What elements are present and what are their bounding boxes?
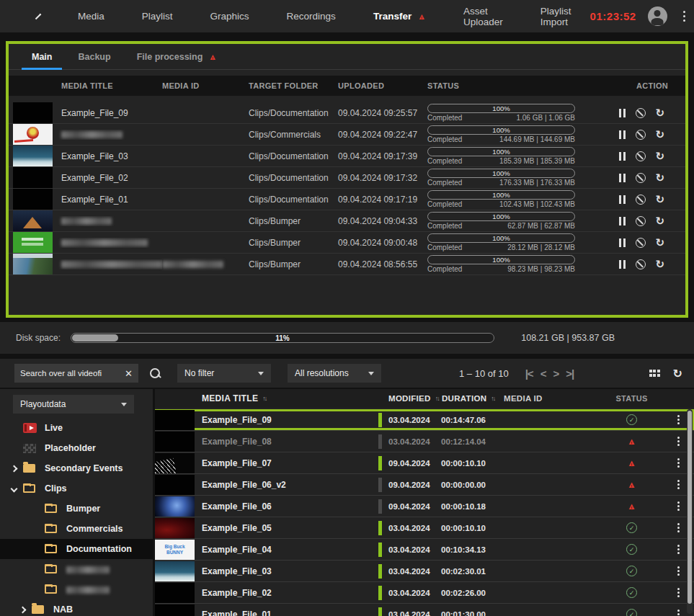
transfer-row[interactable]: Clips/Bumper 09.04.2024 09:04:33 100% Co… [9,210,685,232]
pause-button[interactable] [619,109,626,117]
column-header-media-title[interactable]: MEDIA TITLE [53,81,162,90]
column-header-duration[interactable]: DURATION↑↓ [442,394,511,403]
sidebar-item-redacted[interactable] [0,579,153,599]
transfer-row[interactable]: Example_File_02 Clips/Documentation 09.0… [9,167,685,189]
nav-item-asset-uploader[interactable]: Asset Uploader [445,6,522,27]
tab-file-processing[interactable]: File processing▲ [127,52,228,69]
library-row[interactable]: Example_File_03 03.04.2024 00:02:30.01 ✓… [155,561,694,582]
duration: 00:01:30.00 [441,610,503,616]
retry-button[interactable]: ↻ [656,215,665,228]
retry-button[interactable]: ↻ [656,128,665,141]
library-row[interactable]: Example_File_02 03.04.2024 00:02:26.00 ✓… [155,582,694,604]
retry-button[interactable]: ↻ [656,107,665,120]
search-icon[interactable] [148,367,161,380]
grid-view-icon[interactable] [649,370,660,377]
refresh-icon[interactable]: ↻ [673,367,682,380]
nav-item-playlist-import[interactable]: Playlist Import [522,6,590,27]
library-row[interactable]: Example_File_07 09.04.2024 00:00:10.10 ✓… [155,452,694,474]
sort-icon[interactable]: ↑↓ [262,395,266,402]
retry-button[interactable]: ↻ [656,193,665,206]
sort-icon[interactable]: ↑↓ [491,395,494,402]
library-row[interactable]: Example_File_06 09.04.2024 00:00:10.18 ✓… [155,496,694,517]
placeholder-icon [23,444,36,453]
pagination: 1 – 10 of 10 |< < > >| [459,367,576,380]
sidebar-item-documentation[interactable]: Documentation [0,539,153,559]
search-box[interactable]: ✕ [14,364,138,383]
transfer-row[interactable]: Clips/Bumper 09.04.2024 09:00:48 100% Co… [9,232,685,254]
column-header-media-title[interactable]: MEDIA TITLE↑↓ [195,393,378,403]
pause-button[interactable] [619,238,626,247]
ok-status-icon: ✓ [626,609,637,616]
expand-icon[interactable] [10,465,17,472]
status-cell: ✓▲ [601,609,662,616]
cancel-button[interactable] [636,259,646,269]
prev-page-button[interactable]: < [538,367,548,380]
column-header-uploaded[interactable]: UPLOADED [338,81,427,90]
column-header-media-id[interactable]: MEDIA ID [162,81,249,90]
pause-button[interactable] [619,260,626,269]
retry-button[interactable]: ↻ [656,258,665,271]
transfer-row[interactable]: Example_File_01 Clips/Documentation 09.0… [9,189,685,210]
sort-icon[interactable]: ↑↓ [435,395,439,402]
sidebar-item-nab[interactable]: NAB [0,599,153,616]
collapse-icon[interactable] [10,485,17,492]
retry-button[interactable]: ↻ [656,150,665,163]
column-header-target-folder[interactable]: TARGET FOLDER [249,81,338,90]
cancel-button[interactable] [636,108,646,118]
retry-button[interactable]: ↻ [656,171,665,184]
sidebar-item-bumper[interactable]: Bumper [0,499,153,519]
filter-dropdown[interactable]: No filter [177,364,271,383]
transfer-row[interactable]: Clips/Commercials 09.04.2024 09:22:47 10… [9,124,685,146]
cancel-button[interactable] [636,173,646,183]
next-page-button[interactable]: > [551,367,561,380]
sidebar-item-commercials[interactable]: Commercials [0,519,153,539]
nav-item-media[interactable]: Media [59,11,123,22]
user-avatar[interactable] [648,6,667,26]
library-row[interactable]: Big Buck BUNNY Example_File_04 03.04.202… [155,539,694,561]
tab-main[interactable]: Main [22,52,62,69]
cancel-button[interactable] [636,151,646,161]
availability-indicator [378,521,382,535]
pause-button[interactable] [619,152,626,161]
sidebar-item-live[interactable]: Live [0,418,153,438]
retry-button[interactable]: ↻ [656,236,665,249]
nav-item-transfer[interactable]: Transfer▲ [355,11,445,22]
nav-item-graphics[interactable]: Graphics [192,11,268,22]
expand-menu-icon[interactable] [35,13,41,19]
library-row[interactable]: Example_File_05 03.04.2024 00:00:10.10 ✓… [155,517,694,539]
library-row[interactable]: Example_File_09 03.04.2024 00:14:47.06 ✓… [155,409,694,431]
tab-backup[interactable]: Backup [68,52,120,69]
sidebar-item-redacted[interactable] [0,559,153,579]
cancel-button[interactable] [636,216,646,226]
sidebar-item-secondary-events[interactable]: Secondary Events [0,458,153,478]
pause-button[interactable] [619,217,626,226]
library-row[interactable]: Example_File_01 03.04.2024 00:01:30.00 ✓… [155,604,694,616]
sidebar-item-clips[interactable]: Clips [0,478,153,499]
search-input[interactable] [20,369,122,378]
root-folder-dropdown[interactable]: Playoutdata [13,395,134,414]
nav-item-recordings[interactable]: Recordings [268,11,355,22]
cancel-button[interactable] [636,195,646,205]
pause-button[interactable] [619,130,626,139]
status-cell: ✓▲ [601,437,662,446]
library-row[interactable]: Example_File_08 03.04.2024 00:12:14.04 ✓… [155,431,694,452]
nav-item-playlist[interactable]: Playlist [123,11,192,22]
scrollbar-thumb[interactable] [688,411,692,604]
column-header-status[interactable]: STATUS [427,81,580,90]
transfer-row[interactable]: Example_File_03 Clips/Documentation 09.0… [9,146,685,167]
pause-button[interactable] [619,174,626,182]
sidebar-item-placeholder[interactable]: Placeholder [0,438,153,458]
cancel-button[interactable] [636,238,646,248]
transfer-row[interactable]: Clips/Bumper 09.04.2024 08:56:55 100% Co… [9,254,685,275]
library-row[interactable]: Example_File_06_v2 09.04.2024 00:00:00.0… [155,474,694,496]
expand-icon[interactable] [19,606,26,613]
column-header-modified[interactable]: MODIFIED↑↓ [388,394,449,403]
first-page-button[interactable]: |< [523,367,535,380]
last-page-button[interactable]: >| [564,367,576,380]
overflow-menu-button[interactable] [679,9,690,24]
pause-button[interactable] [619,195,626,204]
transfer-row[interactable]: Example_File_09 Clips/Documentation 09.0… [9,102,685,124]
cancel-button[interactable] [636,130,646,140]
resolution-dropdown[interactable]: All resolutions [288,364,381,383]
clear-search-icon[interactable]: ✕ [125,368,133,379]
